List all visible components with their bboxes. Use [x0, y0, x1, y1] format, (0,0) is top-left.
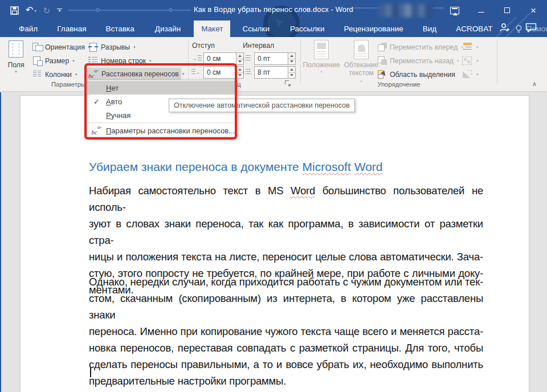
paragraph-2: Однако, нередки случаи, когда приходится…: [89, 273, 483, 389]
ribbon-layout: Поля ▾ Ориентация Размер Колонки Разрывы…: [0, 37, 547, 92]
paragraph-dialog-launcher[interactable]: [285, 80, 291, 87]
line-numbers-icon: [88, 56, 98, 65]
space-after-field[interactable]: 8 пт: [254, 66, 288, 79]
ribbon-tabs: Файл Главная Вставка Дизайн Макет Ссылки…: [0, 21, 547, 37]
text-cursor: [90, 367, 91, 377]
wrap-text-icon: [354, 40, 369, 59]
tab-file[interactable]: Файл: [11, 21, 45, 37]
indent-left-field[interactable]: 0 см: [203, 52, 236, 65]
tab-home[interactable]: Главная: [50, 21, 93, 37]
menu-item-hyphenation-options[interactable]: a-bcПараметры расстановки переносов...: [87, 124, 235, 137]
position-button[interactable]: Положение ▾: [303, 40, 340, 74]
titlebar: ↶▾ ↻ ▾ Как в Ворде убрать перенос слов.d…: [0, 0, 547, 21]
chevron-down-icon: ▾: [476, 45, 479, 50]
close-button[interactable]: ×: [522, 0, 545, 21]
send-backward-icon: [378, 56, 387, 65]
space-before-spinner[interactable]: [288, 52, 296, 65]
tab-insert[interactable]: Вставка: [99, 21, 142, 37]
maximize-icon: [504, 7, 510, 13]
group-separator: [497, 39, 497, 84]
comment-icon: [525, 23, 537, 32]
maximize-button[interactable]: [496, 0, 519, 21]
bring-forward-button[interactable]: Переместить вперед: [375, 41, 466, 53]
title-and-tab-bar: ↶▾ ↻ ▾ Как в Ворде убрать перенос слов.d…: [0, 0, 547, 37]
columns-icon: [32, 70, 42, 79]
document-page[interactable]: Убираем знаки переноса в документе Micro…: [20, 95, 529, 392]
document-area: Убираем знаки переноса в документе Micro…: [0, 92, 547, 392]
word-window: ↶▾ ↻ ▾ Как в Ворде убрать перенос слов.d…: [0, 0, 547, 392]
columns-button[interactable]: Колонки: [30, 68, 80, 80]
chevron-down-icon: ▾: [476, 59, 479, 63]
orientation-button[interactable]: Ориентация: [30, 41, 93, 53]
group-objects-button[interactable]: ▾: [459, 55, 481, 67]
orientation-icon: [32, 43, 42, 51]
chevron-down-icon: ▾: [476, 72, 479, 77]
tab-review[interactable]: Рецензирование: [337, 21, 411, 37]
tabrow-right-icons: [499, 21, 547, 37]
spacing-label: Интервал: [243, 42, 274, 50]
breaks-button[interactable]: Разрывы: [85, 41, 138, 53]
tab-layout[interactable]: Макет: [194, 21, 230, 37]
indent-right-field[interactable]: 0 см: [203, 66, 236, 79]
menu-separator: [88, 122, 234, 123]
rotate-button[interactable]: ▾: [459, 68, 481, 80]
close-icon: ×: [530, 6, 536, 15]
ribbon-display-options-button[interactable]: [443, 0, 466, 21]
align-button[interactable]: ←▾: [459, 41, 481, 53]
page-size-icon: [32, 56, 42, 65]
chevron-down-icon: ▾: [320, 70, 323, 74]
position-icon: [314, 40, 329, 59]
margins-icon: [9, 40, 23, 58]
group-separator: [188, 39, 189, 84]
spellcheck-word: Word: [291, 185, 315, 197]
tab-acrobat[interactable]: ACROBAT: [448, 21, 500, 37]
minimize-icon: [478, 12, 484, 13]
hyphenation-button[interactable]: a-bcРасстановка переносов: [85, 68, 181, 80]
space-before-icon: ↕: [242, 54, 252, 63]
ribbon-display-icon: [450, 7, 459, 14]
hyphenation-icon: a-bc: [88, 70, 99, 79]
space-after-spinner[interactable]: [288, 66, 296, 79]
group-label-arrange: Упорядочение: [359, 81, 439, 88]
rotate-icon: [462, 70, 472, 79]
align-icon: ←: [462, 43, 472, 51]
indent-left-icon: →: [191, 54, 202, 63]
bring-forward-icon: [378, 43, 387, 51]
spellcheck-word: Microsoft: [303, 160, 351, 173]
blurred-account-name: [378, 4, 434, 17]
space-after-icon: ↕: [242, 68, 252, 76]
person-add-icon: [499, 23, 511, 32]
tab-mailings[interactable]: Рассылки: [283, 21, 332, 37]
chevron-down-icon: ▾: [15, 70, 17, 74]
tab-design[interactable]: Дизайн: [148, 21, 188, 37]
tab-references[interactable]: Ссылки: [235, 21, 277, 37]
document-heading: Убираем знаки переноса в документе Micro…: [89, 160, 383, 174]
indent-right-icon: ←: [191, 68, 202, 76]
send-backward-button[interactable]: Переместить назад: [375, 55, 462, 67]
checkmark-icon: ✓: [93, 97, 100, 106]
collapse-ribbon-button[interactable]: ∧: [532, 80, 537, 88]
share-sign-in-button[interactable]: [499, 23, 511, 35]
selection-pane-icon: [378, 70, 387, 79]
margins-button[interactable]: Поля ▾: [3, 40, 28, 74]
selection-pane-button[interactable]: Область выделения: [375, 68, 458, 80]
size-button[interactable]: Размер: [30, 55, 77, 67]
indent-label: Отступ: [192, 42, 215, 50]
minimize-button[interactable]: [470, 0, 492, 21]
tooltip: Отключение автоматической расстановки пе…: [169, 99, 355, 112]
page-break-icon: [88, 43, 98, 51]
space-before-field[interactable]: 0 пт: [254, 52, 288, 65]
hyphenation-icon: a-bc: [92, 126, 102, 135]
comments-button[interactable]: [525, 23, 537, 35]
group-objects-icon: [462, 56, 472, 65]
menu-item-none[interactable]: Нет: [87, 81, 235, 95]
line-numbers-button[interactable]: Номера строк: [85, 55, 154, 67]
group-separator: [300, 39, 301, 84]
tab-view[interactable]: Вид: [415, 21, 444, 37]
spellcheck-word: Word: [354, 160, 383, 173]
